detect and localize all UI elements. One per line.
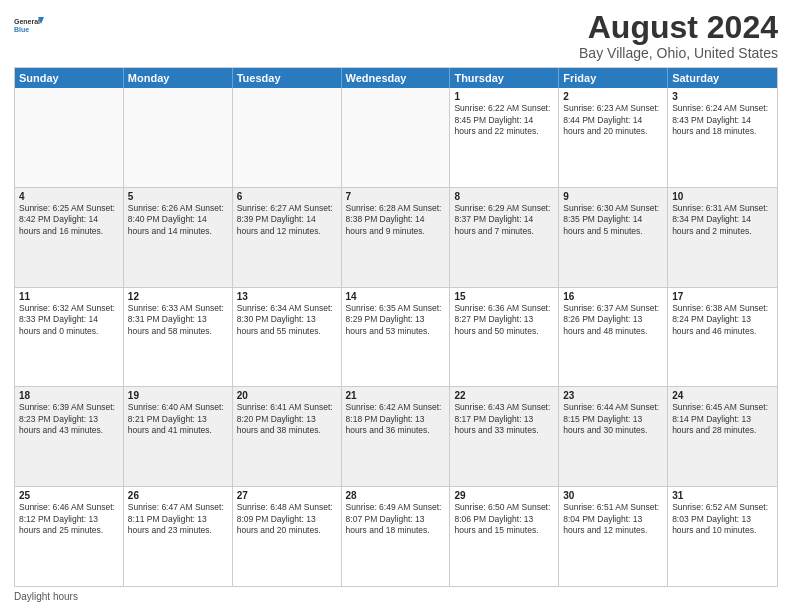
main-title: August 2024 <box>579 10 778 45</box>
cal-header-cell: Tuesday <box>233 68 342 88</box>
cal-cell: 21Sunrise: 6:42 AM Sunset: 8:18 PM Dayli… <box>342 387 451 486</box>
cal-row: 18Sunrise: 6:39 AM Sunset: 8:23 PM Dayli… <box>15 387 777 487</box>
day-number: 31 <box>672 490 773 501</box>
cal-cell: 24Sunrise: 6:45 AM Sunset: 8:14 PM Dayli… <box>668 387 777 486</box>
day-info: Sunrise: 6:28 AM Sunset: 8:38 PM Dayligh… <box>346 203 446 237</box>
day-number: 25 <box>19 490 119 501</box>
day-info: Sunrise: 6:34 AM Sunset: 8:30 PM Dayligh… <box>237 303 337 337</box>
day-number: 12 <box>128 291 228 302</box>
cal-cell: 14Sunrise: 6:35 AM Sunset: 8:29 PM Dayli… <box>342 288 451 387</box>
svg-text:General: General <box>14 18 40 25</box>
cal-cell: 20Sunrise: 6:41 AM Sunset: 8:20 PM Dayli… <box>233 387 342 486</box>
day-number: 14 <box>346 291 446 302</box>
day-info: Sunrise: 6:27 AM Sunset: 8:39 PM Dayligh… <box>237 203 337 237</box>
cal-cell: 5Sunrise: 6:26 AM Sunset: 8:40 PM Daylig… <box>124 188 233 287</box>
day-info: Sunrise: 6:32 AM Sunset: 8:33 PM Dayligh… <box>19 303 119 337</box>
cal-cell: 27Sunrise: 6:48 AM Sunset: 8:09 PM Dayli… <box>233 487 342 586</box>
day-number: 21 <box>346 390 446 401</box>
cal-cell: 22Sunrise: 6:43 AM Sunset: 8:17 PM Dayli… <box>450 387 559 486</box>
svg-text:Blue: Blue <box>14 26 29 33</box>
cal-cell: 6Sunrise: 6:27 AM Sunset: 8:39 PM Daylig… <box>233 188 342 287</box>
day-number: 30 <box>563 490 663 501</box>
cal-cell: 12Sunrise: 6:33 AM Sunset: 8:31 PM Dayli… <box>124 288 233 387</box>
day-number: 29 <box>454 490 554 501</box>
day-info: Sunrise: 6:22 AM Sunset: 8:45 PM Dayligh… <box>454 103 554 137</box>
day-number: 17 <box>672 291 773 302</box>
cal-cell: 11Sunrise: 6:32 AM Sunset: 8:33 PM Dayli… <box>15 288 124 387</box>
day-number: 10 <box>672 191 773 202</box>
cal-header-cell: Thursday <box>450 68 559 88</box>
cal-row: 25Sunrise: 6:46 AM Sunset: 8:12 PM Dayli… <box>15 487 777 586</box>
day-info: Sunrise: 6:38 AM Sunset: 8:24 PM Dayligh… <box>672 303 773 337</box>
day-info: Sunrise: 6:33 AM Sunset: 8:31 PM Dayligh… <box>128 303 228 337</box>
day-info: Sunrise: 6:43 AM Sunset: 8:17 PM Dayligh… <box>454 402 554 436</box>
day-info: Sunrise: 6:23 AM Sunset: 8:44 PM Dayligh… <box>563 103 663 137</box>
day-number: 1 <box>454 91 554 102</box>
day-info: Sunrise: 6:45 AM Sunset: 8:14 PM Dayligh… <box>672 402 773 436</box>
day-info: Sunrise: 6:29 AM Sunset: 8:37 PM Dayligh… <box>454 203 554 237</box>
day-info: Sunrise: 6:30 AM Sunset: 8:35 PM Dayligh… <box>563 203 663 237</box>
day-info: Sunrise: 6:47 AM Sunset: 8:11 PM Dayligh… <box>128 502 228 536</box>
cal-cell: 8Sunrise: 6:29 AM Sunset: 8:37 PM Daylig… <box>450 188 559 287</box>
cal-cell: 17Sunrise: 6:38 AM Sunset: 8:24 PM Dayli… <box>668 288 777 387</box>
cal-cell: 13Sunrise: 6:34 AM Sunset: 8:30 PM Dayli… <box>233 288 342 387</box>
day-info: Sunrise: 6:40 AM Sunset: 8:21 PM Dayligh… <box>128 402 228 436</box>
day-number: 19 <box>128 390 228 401</box>
day-info: Sunrise: 6:39 AM Sunset: 8:23 PM Dayligh… <box>19 402 119 436</box>
day-info: Sunrise: 6:41 AM Sunset: 8:20 PM Dayligh… <box>237 402 337 436</box>
day-info: Sunrise: 6:51 AM Sunset: 8:04 PM Dayligh… <box>563 502 663 536</box>
day-info: Sunrise: 6:37 AM Sunset: 8:26 PM Dayligh… <box>563 303 663 337</box>
day-number: 23 <box>563 390 663 401</box>
cal-cell <box>124 88 233 187</box>
day-info: Sunrise: 6:24 AM Sunset: 8:43 PM Dayligh… <box>672 103 773 137</box>
logo-icon: GeneralBlue <box>14 10 44 40</box>
cal-cell: 26Sunrise: 6:47 AM Sunset: 8:11 PM Dayli… <box>124 487 233 586</box>
cal-header-cell: Friday <box>559 68 668 88</box>
cal-cell: 31Sunrise: 6:52 AM Sunset: 8:03 PM Dayli… <box>668 487 777 586</box>
day-info: Sunrise: 6:36 AM Sunset: 8:27 PM Dayligh… <box>454 303 554 337</box>
day-info: Sunrise: 6:52 AM Sunset: 8:03 PM Dayligh… <box>672 502 773 536</box>
cal-cell: 28Sunrise: 6:49 AM Sunset: 8:07 PM Dayli… <box>342 487 451 586</box>
day-info: Sunrise: 6:42 AM Sunset: 8:18 PM Dayligh… <box>346 402 446 436</box>
logo: GeneralBlue <box>14 10 44 40</box>
day-info: Sunrise: 6:50 AM Sunset: 8:06 PM Dayligh… <box>454 502 554 536</box>
day-number: 26 <box>128 490 228 501</box>
day-number: 22 <box>454 390 554 401</box>
cal-cell: 4Sunrise: 6:25 AM Sunset: 8:42 PM Daylig… <box>15 188 124 287</box>
cal-cell: 15Sunrise: 6:36 AM Sunset: 8:27 PM Dayli… <box>450 288 559 387</box>
cal-cell: 25Sunrise: 6:46 AM Sunset: 8:12 PM Dayli… <box>15 487 124 586</box>
cal-cell: 29Sunrise: 6:50 AM Sunset: 8:06 PM Dayli… <box>450 487 559 586</box>
calendar: SundayMondayTuesdayWednesdayThursdayFrid… <box>14 67 778 587</box>
day-number: 2 <box>563 91 663 102</box>
day-info: Sunrise: 6:49 AM Sunset: 8:07 PM Dayligh… <box>346 502 446 536</box>
title-block: August 2024 Bay Village, Ohio, United St… <box>579 10 778 61</box>
day-info: Sunrise: 6:25 AM Sunset: 8:42 PM Dayligh… <box>19 203 119 237</box>
cal-row: 11Sunrise: 6:32 AM Sunset: 8:33 PM Dayli… <box>15 288 777 388</box>
day-number: 11 <box>19 291 119 302</box>
day-number: 24 <box>672 390 773 401</box>
cal-cell: 1Sunrise: 6:22 AM Sunset: 8:45 PM Daylig… <box>450 88 559 187</box>
cal-cell: 23Sunrise: 6:44 AM Sunset: 8:15 PM Dayli… <box>559 387 668 486</box>
cal-header-cell: Sunday <box>15 68 124 88</box>
cal-row: 4Sunrise: 6:25 AM Sunset: 8:42 PM Daylig… <box>15 188 777 288</box>
day-number: 4 <box>19 191 119 202</box>
day-number: 7 <box>346 191 446 202</box>
day-number: 18 <box>19 390 119 401</box>
header: GeneralBlue August 2024 Bay Village, Ohi… <box>14 10 778 61</box>
day-number: 20 <box>237 390 337 401</box>
day-number: 13 <box>237 291 337 302</box>
day-number: 9 <box>563 191 663 202</box>
day-info: Sunrise: 6:35 AM Sunset: 8:29 PM Dayligh… <box>346 303 446 337</box>
cal-cell: 2Sunrise: 6:23 AM Sunset: 8:44 PM Daylig… <box>559 88 668 187</box>
day-number: 15 <box>454 291 554 302</box>
cal-cell: 3Sunrise: 6:24 AM Sunset: 8:43 PM Daylig… <box>668 88 777 187</box>
cal-cell: 30Sunrise: 6:51 AM Sunset: 8:04 PM Dayli… <box>559 487 668 586</box>
day-number: 27 <box>237 490 337 501</box>
day-info: Sunrise: 6:31 AM Sunset: 8:34 PM Dayligh… <box>672 203 773 237</box>
cal-cell: 10Sunrise: 6:31 AM Sunset: 8:34 PM Dayli… <box>668 188 777 287</box>
calendar-header: SundayMondayTuesdayWednesdayThursdayFrid… <box>15 68 777 88</box>
page: GeneralBlue August 2024 Bay Village, Ohi… <box>0 0 792 612</box>
cal-header-cell: Saturday <box>668 68 777 88</box>
day-number: 6 <box>237 191 337 202</box>
cal-cell <box>342 88 451 187</box>
